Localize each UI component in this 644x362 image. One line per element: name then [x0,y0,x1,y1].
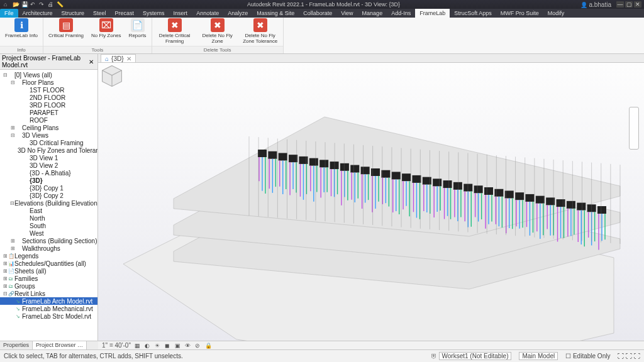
expand-icon[interactable]: ⊟ [10,133,16,138]
delete-no-fly-zone-tolerance-button[interactable]: ✖Delete No Fly Zone Tolerance [240,18,280,44]
redo-icon[interactable]: ↷ [39,1,45,8]
ribbon-tab-systems[interactable]: Systems [138,9,169,18]
tree-node[interactable]: 2ND FLOOR [0,94,97,101]
tree-node[interactable]: PARAPET [0,109,97,116]
close-icon[interactable]: ✕ [126,55,131,62]
tree-node[interactable]: ⊞🗂Groups [0,282,97,290]
ribbon-tab-massing-site[interactable]: Massing & Site [252,9,299,18]
delete-no-fly-zone-button[interactable]: ✖Delete No Fly Zone [197,18,238,44]
view-tab[interactable]: ⌂ {3D} ✕ [101,54,136,62]
properties-tab[interactable]: Properties [0,341,33,349]
selection-filter-icons[interactable]: ⛶ ⛶ ⛶ [614,353,644,359]
tree-node[interactable]: 3D Critical Framing [0,139,97,146]
tree-node[interactable]: ⊞Sections (Building Section) [0,237,97,244]
tree-node[interactable]: ⊟3D Views [0,131,97,139]
critical-framing-button[interactable]: ▤Critical Framing [46,18,86,38]
tree-node[interactable]: ⊟Floor Plans [0,79,97,86]
view-cube[interactable] [98,63,126,90]
ribbon-tab-manage[interactable]: Manage [358,9,387,18]
tree-node[interactable]: East [0,207,97,214]
ribbon-tab-architecture[interactable]: Architecture [18,9,57,18]
navigation-bar[interactable] [629,107,639,150]
ribbon-tab-modify[interactable]: Modify [543,9,569,18]
tree-node[interactable]: {3D} [0,177,97,184]
3d-viewport[interactable] [98,63,644,341]
maximize-button[interactable]: ▢ [625,1,633,8]
editable-only-checkbox[interactable]: ☐ Editable Only [562,353,614,359]
expand-icon[interactable]: ⊟ [10,200,14,206]
expand-icon[interactable]: ⊞ [10,238,16,244]
detail-level-icon[interactable]: ▦ [135,343,141,349]
print-icon[interactable]: 🖨 [48,1,54,8]
ribbon-tab-structure[interactable]: Structure [57,9,89,18]
delete-critical-framing-button[interactable]: ✖Delete Critical Framing [155,18,195,44]
tree-node[interactable]: ↘FrameLab Strc Model.rvt [0,312,97,320]
project-browser-tab[interactable]: Project Browser … [33,341,87,349]
crop-view-icon[interactable]: ▣ [175,343,181,349]
workset-dropdown[interactable]: ⛨ Workset1 (Not Editable) [427,353,516,359]
signed-in-user[interactable]: 👤 a.bhatia [580,1,614,8]
close-button[interactable]: ✕ [634,1,641,8]
reveal-constraints-icon[interactable]: 🔒 [205,343,211,349]
expand-icon[interactable]: ⊞ [3,268,8,274]
tree-node[interactable]: North [0,214,97,222]
ribbon-tab-steel[interactable]: Steel [89,9,111,18]
ribbon-tab-mwf-pro-suite[interactable]: MWF Pro Suite [496,9,543,18]
tree-node[interactable]: West [0,229,97,237]
expand-icon[interactable]: ⊞ [3,261,8,266]
tree-node[interactable]: ⊟🔗Revit Links [0,290,97,297]
temporary-hide-icon[interactable]: ⊘ [195,343,201,349]
ribbon-tab-framelab[interactable]: FrameLab [415,9,450,18]
tree-node[interactable]: ROOF [0,116,97,124]
tree-node[interactable]: 3D View 1 [0,154,97,162]
tree-node[interactable]: ⊟[0] Views (all) [0,71,97,79]
home-icon[interactable]: ⌂ [4,1,10,8]
expand-icon[interactable]: ⊞ [3,276,8,282]
ribbon-tab-annotate[interactable]: Annotate [192,9,223,18]
no-fly-zones-button[interactable]: ⌧No Fly Zones [89,18,124,38]
tree-node[interactable]: 3D View 2 [0,162,97,169]
design-options-dropdown[interactable]: Main Model [515,353,562,359]
close-icon[interactable]: ✕ [87,58,96,65]
tree-node[interactable]: {3D - A.Bhatia} [0,169,97,177]
expand-icon[interactable]: ⊟ [3,291,8,297]
scale-readout[interactable]: 1" = 40'-0" [102,342,131,349]
expand-icon[interactable]: ⊞ [10,125,16,131]
tree-node[interactable]: ⊟Elevations (Building Elevation) [0,199,97,207]
show-hidden-icon[interactable]: 👁 [185,343,191,349]
save-icon[interactable]: 💾 [21,1,28,8]
ribbon-tab-precast[interactable]: Precast [111,9,139,18]
tree-node[interactable]: {3D} Copy 2 [0,192,97,199]
ribbon-tab-collaborate[interactable]: Collaborate [299,9,336,18]
tree-node[interactable]: ⊞🗂Families [0,275,97,282]
framelab-info-button[interactable]: ℹFrameLab Info [3,18,40,38]
expand-icon[interactable]: ⊟ [10,80,16,85]
reports-button[interactable]: 📄Reports [126,18,149,38]
ribbon-tab-add-ins[interactable]: Add-Ins [387,9,415,18]
tree-node[interactable]: 1ST FLOOR [0,86,97,94]
ribbon-tab-insert[interactable]: Insert [169,9,192,18]
tree-node[interactable]: ⊞Walkthroughs [0,244,97,252]
minimize-button[interactable]: — [616,1,624,8]
expand-icon[interactable]: ⊞ [3,253,8,259]
expand-icon[interactable]: ⊞ [3,283,8,289]
shadows-icon[interactable]: ◼ [165,343,171,349]
open-icon[interactable]: 📂 [13,1,19,8]
tree-node[interactable]: {3D} Copy 1 [0,184,97,192]
tree-node[interactable]: 3D No Fly Zones and Tolerance [0,146,97,154]
project-browser-tree[interactable]: ⊟[0] Views (all)⊟Floor Plans1ST FLOOR2ND… [0,70,97,349]
ribbon-tab-view[interactable]: View [336,9,357,18]
model-3d[interactable] [98,63,644,341]
measure-icon[interactable]: 📏 [57,1,63,8]
tree-node[interactable]: South [0,222,97,229]
tree-node[interactable]: ⊞📊Schedules/Quantities (all) [0,260,97,267]
tree-node[interactable]: ⊞📋Legends [0,252,97,260]
tree-node[interactable]: 3RD FLOOR [0,101,97,109]
expand-icon[interactable]: ⊟ [3,72,8,78]
sun-path-icon[interactable]: ☀ [155,343,161,349]
visual-style-icon[interactable]: ◐ [145,343,151,349]
project-browser-title[interactable]: Project Browser - FrameLab Model.rvt ✕ [0,54,97,70]
undo-icon[interactable]: ↶ [30,1,36,8]
ribbon-tab-analyze[interactable]: Analyze [223,9,252,18]
ribbon-tab-file[interactable]: File [0,9,18,18]
